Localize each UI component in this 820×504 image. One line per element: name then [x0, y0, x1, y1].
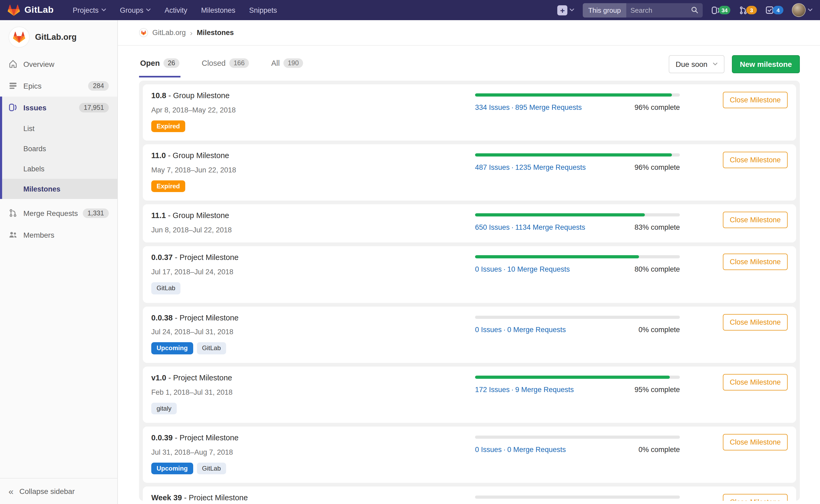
- merge-requests-counter[interactable]: 3: [739, 6, 757, 15]
- milestone-row: 11.0 - Group Milestone May 7, 2018–Jun 2…: [143, 144, 796, 201]
- search-input[interactable]: [626, 6, 691, 14]
- main-content: GitLab.org › Milestones Open 26 Closed 1…: [118, 20, 820, 504]
- sidebar-item-merge-requests[interactable]: Merge Requests 1,331: [0, 202, 117, 224]
- close-milestone-button[interactable]: Close Milestone: [723, 314, 788, 330]
- sidebar-item-label: Members: [23, 231, 54, 239]
- tab-closed-count: 166: [229, 58, 249, 68]
- collapse-sidebar-button[interactable]: « Collapse sidebar: [0, 478, 117, 504]
- close-milestone-button[interactable]: Close Milestone: [723, 152, 788, 168]
- tab-all[interactable]: All 190: [270, 51, 304, 77]
- close-milestone-button[interactable]: Close Milestone: [723, 374, 788, 390]
- tab-open[interactable]: Open 26: [139, 51, 180, 77]
- milestone-suffix: - Group Milestone: [166, 211, 229, 220]
- milestone-row: 0.0.37 - Project Milestone Jul 17, 2018–…: [143, 246, 796, 303]
- sort-dropdown[interactable]: Due soon: [669, 55, 725, 73]
- sidebar-item-issues[interactable]: Issues 17,951: [2, 97, 117, 118]
- sidebar-item-labels[interactable]: Labels: [2, 159, 117, 179]
- milestone-name: 10.8: [151, 91, 166, 100]
- milestone-name: v1.0: [151, 373, 166, 382]
- milestone-title[interactable]: 0.0.39 - Project Milestone: [151, 433, 475, 443]
- plus-icon: +: [558, 5, 568, 15]
- sidebar-item-milestones[interactable]: Milestones: [2, 179, 117, 199]
- tanuki-icon: [141, 30, 146, 35]
- nav-snippets[interactable]: Snippets: [249, 6, 277, 14]
- issues-section: Issues 17,951 List Boards Labels Milesto…: [0, 97, 117, 199]
- milestone-actions: Close Milestone: [680, 313, 788, 330]
- tab-closed[interactable]: Closed 166: [201, 51, 250, 77]
- milestone-badges: UpcomingGitLab: [151, 342, 475, 354]
- breadcrumb-group-link[interactable]: GitLab.org: [152, 29, 186, 37]
- milestone-title[interactable]: 10.8 - Group Milestone: [151, 91, 475, 101]
- chevron-down-icon: [146, 8, 151, 12]
- progress-fill: [475, 153, 672, 157]
- milestone-stats: 0 Issues·10 Merge Requests 80% complete: [475, 266, 680, 273]
- merge-requests-link[interactable]: 1235 Merge Requests: [515, 163, 586, 171]
- sidebar-item-overview[interactable]: Overview: [0, 53, 117, 75]
- issues-link[interactable]: 487 Issues: [475, 163, 510, 171]
- merge-requests-link[interactable]: 10 Merge Requests: [508, 266, 570, 273]
- progress-bar: [475, 436, 680, 439]
- search-bar[interactable]: This group: [583, 3, 703, 17]
- milestone-title[interactable]: v1.0 - Project Milestone: [151, 373, 475, 383]
- milestone-title[interactable]: 11.1 - Group Milestone: [151, 211, 475, 221]
- issues-link[interactable]: 0 Issues: [475, 446, 502, 454]
- merge-requests-link[interactable]: 895 Merge Requests: [515, 103, 582, 111]
- nav-projects[interactable]: Projects: [73, 6, 106, 14]
- milestone-row: 0.0.38 - Project Milestone Jul 24, 2018–…: [143, 306, 796, 363]
- milestone-actions: Close Milestone: [680, 151, 788, 168]
- user-menu[interactable]: [792, 3, 813, 17]
- milestone-name: 11.0: [151, 151, 166, 160]
- milestone-actions: Close Milestone: [680, 211, 788, 228]
- milestones-list: 10.8 - Group Milestone Apr 8, 2018–May 2…: [139, 81, 800, 501]
- milestone-progress-area: 0 Issues·0 Merge Requests 0% complete: [475, 493, 680, 501]
- milestone-title[interactable]: Week 39 - Project Milestone: [151, 493, 475, 501]
- progress-fill: [475, 376, 670, 379]
- issues-link[interactable]: 0 Issues: [475, 325, 502, 333]
- nav-activity[interactable]: Activity: [164, 6, 187, 14]
- issues-link[interactable]: 334 Issues: [475, 103, 510, 111]
- merge-requests-link[interactable]: 0 Merge Requests: [508, 446, 566, 454]
- milestone-name: 0.0.39: [151, 433, 173, 442]
- milestone-stats: 0 Issues·0 Merge Requests 0% complete: [475, 446, 680, 454]
- group-avatar: [8, 27, 30, 48]
- close-milestone-button[interactable]: Close Milestone: [723, 254, 788, 270]
- gitlab-logo[interactable]: GitLab: [7, 4, 54, 16]
- todos-counter[interactable]: 4: [765, 6, 783, 15]
- close-milestone-button[interactable]: Close Milestone: [723, 212, 788, 228]
- nav-milestones[interactable]: Milestones: [201, 6, 235, 14]
- issues-link[interactable]: 0 Issues: [475, 266, 502, 273]
- milestone-suffix: - Project Milestone: [182, 494, 248, 501]
- sidebar-item-boards[interactable]: Boards: [2, 138, 117, 159]
- sidebar-item-label: Issues: [23, 103, 46, 112]
- milestone-actions: Close Milestone: [680, 433, 788, 450]
- close-milestone-button[interactable]: Close Milestone: [723, 92, 788, 108]
- milestone-title[interactable]: 11.0 - Group Milestone: [151, 151, 475, 161]
- milestone-row: Week 39 - Project Milestone Jul 31, 2018…: [143, 487, 796, 501]
- breadcrumb-current: Milestones: [197, 29, 234, 37]
- milestone-progress-area: 334 Issues·895 Merge Requests 96% comple…: [475, 91, 680, 111]
- issues-counter[interactable]: 34: [712, 6, 730, 15]
- milestone-links: 334 Issues·895 Merge Requests: [475, 103, 582, 111]
- members-icon: [8, 230, 18, 239]
- merge-requests-link[interactable]: 0 Merge Requests: [508, 325, 566, 333]
- nav-groups[interactable]: Groups: [120, 6, 151, 14]
- new-milestone-button[interactable]: New milestone: [732, 55, 800, 73]
- sidebar-item-members[interactable]: Members: [0, 224, 117, 246]
- progress-bar: [475, 496, 680, 499]
- sidebar-item-epics[interactable]: Epics 284: [0, 75, 117, 97]
- close-milestone-button[interactable]: Close Milestone: [723, 494, 788, 501]
- tab-all-count: 190: [283, 58, 303, 68]
- new-dropdown-button[interactable]: +: [558, 5, 575, 15]
- issues-link[interactable]: 650 Issues: [475, 224, 510, 232]
- progress-bar: [475, 153, 680, 157]
- milestone-links: 172 Issues·9 Merge Requests: [475, 386, 574, 394]
- merge-requests-link[interactable]: 1134 Merge Requests: [515, 224, 586, 232]
- milestone-title[interactable]: 0.0.38 - Project Milestone: [151, 313, 475, 323]
- merge-requests-link[interactable]: 9 Merge Requests: [515, 386, 574, 394]
- breadcrumb: GitLab.org › Milestones: [118, 20, 820, 46]
- milestone-title[interactable]: 0.0.37 - Project Milestone: [151, 253, 475, 263]
- group-context[interactable]: GitLab.org: [0, 20, 117, 53]
- close-milestone-button[interactable]: Close Milestone: [723, 434, 788, 450]
- issues-link[interactable]: 172 Issues: [475, 386, 510, 394]
- sidebar-item-list[interactable]: List: [2, 118, 117, 138]
